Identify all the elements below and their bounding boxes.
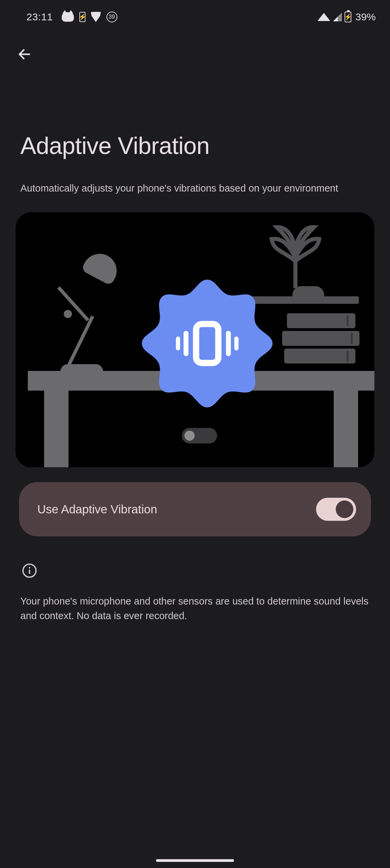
cell-signal-icon xyxy=(333,13,342,21)
arrow-left-icon xyxy=(17,47,32,62)
notification-app-icon xyxy=(62,12,74,22)
use-adaptive-vibration-toggle[interactable]: Use Adaptive Vibration xyxy=(19,482,371,536)
vibration-badge-icon xyxy=(138,274,277,413)
status-clock: 23:11 xyxy=(26,11,53,23)
status-right: ⚡ 39% xyxy=(317,11,376,23)
status-round-badge: 39 xyxy=(106,12,117,22)
lamp-icon xyxy=(81,248,122,286)
home-indicator[interactable] xyxy=(156,859,234,862)
feature-illustration xyxy=(16,212,374,467)
svg-rect-3 xyxy=(176,337,180,351)
book-icon xyxy=(287,313,355,328)
back-button[interactable] xyxy=(14,44,35,64)
status-left: 23:11 ⚡ 39 xyxy=(26,11,117,23)
status-bar: 23:11 ⚡ 39 ⚡ 39% xyxy=(0,0,390,31)
svg-rect-4 xyxy=(226,331,231,356)
rug-icon xyxy=(182,428,217,443)
battery-charging-small-icon: ⚡ xyxy=(79,12,85,22)
info-icon xyxy=(22,563,37,578)
svg-rect-5 xyxy=(234,337,238,351)
switch-on-icon xyxy=(316,498,356,521)
pot-icon xyxy=(292,286,324,298)
info-text: Your phone's microphone and other sensor… xyxy=(0,580,390,623)
battery-icon: ⚡ xyxy=(345,12,351,22)
page-subtitle: Automatically adjusts your phone's vibra… xyxy=(0,159,390,195)
toggle-label: Use Adaptive Vibration xyxy=(37,502,157,516)
svg-rect-2 xyxy=(183,331,188,356)
book-icon xyxy=(284,349,355,363)
page-title: Adaptive Vibration xyxy=(0,64,390,159)
svg-point-8 xyxy=(29,567,31,569)
book-icon xyxy=(282,331,359,346)
wifi-icon xyxy=(317,13,330,21)
vpn-shield-icon xyxy=(91,12,101,22)
battery-percent: 39% xyxy=(355,11,376,23)
